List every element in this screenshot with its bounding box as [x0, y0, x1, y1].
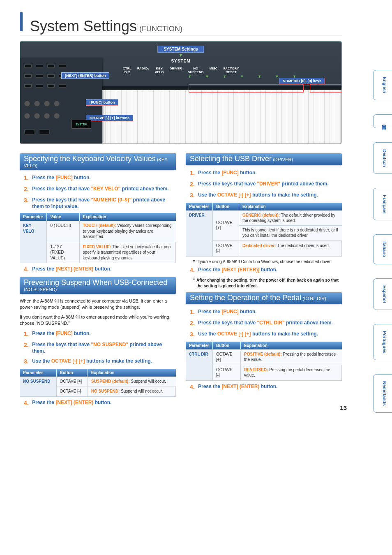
body-text: When the A-88MKII is connected to your c…: [20, 298, 176, 311]
lang-tab-japanese[interactable]: 日本語: [373, 114, 392, 128]
lang-tab-italiano[interactable]: Italiano: [373, 234, 392, 264]
keyboard-diagram: SYSTEM Settings ▼ SYSTEM CTRLDIR PAD/Cc …: [20, 41, 342, 144]
note-text: *After changing the setting, turn the po…: [193, 278, 342, 289]
control-panel: [NEXT] (ENTER) button [FUNC] button OCTA…: [20, 58, 102, 143]
title-sub: (FUNCTION): [139, 25, 182, 33]
step-4: 4 Press the [NEXT] (ENTER) button.: [24, 399, 176, 407]
step-3: 3 Use the OCTAVE [-] [+] buttons to make…: [190, 331, 342, 338]
step-2: 2 Press the keys that have "KEY VELO" pr…: [24, 185, 176, 193]
callout-func: [FUNC] button: [86, 99, 118, 106]
title-accent: [20, 12, 23, 31]
left-column: Specifying the Keyboard Velocity Values …: [20, 150, 176, 410]
step-2: 2 Press the keys that have "CTRL DIR" pr…: [190, 319, 342, 327]
lang-tab-deutsch[interactable]: Deutsch: [373, 142, 392, 174]
lang-tab-espanol[interactable]: Español: [373, 278, 392, 310]
callout-next: [NEXT] (ENTER) button: [61, 72, 109, 79]
step-2: 2 Press the keys that have "NO SUSPEND" …: [24, 341, 176, 354]
lang-tab-english[interactable]: English: [373, 70, 392, 100]
language-tabs: English 日本語 Deutsch Français Italiano Es…: [373, 70, 392, 413]
step-1: 1 Press the [FUNC] button.: [24, 330, 176, 338]
table-no-suspend: ParameterButtonExplanation NO SUSPEND OC…: [20, 369, 176, 397]
red-highlight-system: [189, 84, 304, 92]
page-number: 13: [340, 404, 347, 411]
step-4: 4 Press the [NEXT] (ENTER) button.: [24, 266, 176, 273]
step-4: 4 Press the [NEXT (ENTER)] button.: [190, 266, 342, 274]
red-highlight-numeric: [310, 84, 342, 92]
lang-tab-nederlands[interactable]: Nederlands: [373, 374, 392, 413]
body-text: If you don't want the A-88MKII to enter …: [20, 314, 176, 327]
section-no-suspend: Preventing Suspend When USB-Connected (N…: [20, 277, 176, 294]
section-ctrl-dir: Setting the Operation of the Pedal (CTRL…: [186, 292, 342, 304]
table-driver: ParameterButtonExplanation DRIVER OCTAVE…: [186, 203, 342, 257]
lang-tab-portugues[interactable]: Português: [373, 324, 392, 360]
step-3: 3 Use the OCTAVE [-] [+] buttons to make…: [24, 358, 176, 365]
step-1: 1 Press the [FUNC] button.: [24, 174, 176, 182]
system-settings-label: SYSTEM Settings: [157, 46, 204, 53]
step-4: 4 Press the [NEXT] (ENTER) button.: [190, 383, 342, 391]
system-menu-row: CTRLDIR PAD/Cc KEYVELO DRIVER NOSUSPEND …: [123, 67, 239, 74]
numeric-keys-label: NUMERIC [0]–[9] keys: [279, 78, 325, 84]
page-title: System Settings (FUNCTION): [20, 12, 342, 35]
step-1: 1 Press the [FUNC] button.: [190, 308, 342, 316]
lcd-screen: SYSTEM: [71, 120, 91, 129]
table-ctrl-dir: ParameterButtonExplanation CTRL DIR OCTA…: [186, 342, 342, 381]
lang-tab-francais[interactable]: Français: [373, 188, 392, 220]
step-3: 3 Use the OCTAVE [-] [+] buttons to make…: [190, 192, 342, 199]
callout-octave: OCTAVE [-] [+] buttons: [86, 115, 133, 121]
system-text: SYSTEM: [171, 59, 190, 63]
note-text: *If you're using A-88MKII Control on Win…: [193, 259, 342, 265]
right-column: Selecting the USB Driver (DRIVER) 1 Pres…: [186, 150, 342, 410]
section-key-velo: Specifying the Keyboard Velocity Values …: [20, 153, 176, 170]
table-key-velo: ParameterValueExplanation KEY VELO 0 (TO…: [20, 213, 176, 263]
section-driver: Selecting the USB Driver (DRIVER): [186, 153, 342, 165]
title-main: System Settings: [30, 18, 137, 35]
arrow-down-icon: ▼: [179, 53, 183, 58]
step-2: 2 Press the keys that have "DRIVER" prin…: [190, 180, 342, 188]
step-3: 3 Press the keys that have "NUMERIC (0–9…: [24, 197, 176, 210]
step-1: 1 Press the [FUNC] button.: [190, 169, 342, 177]
